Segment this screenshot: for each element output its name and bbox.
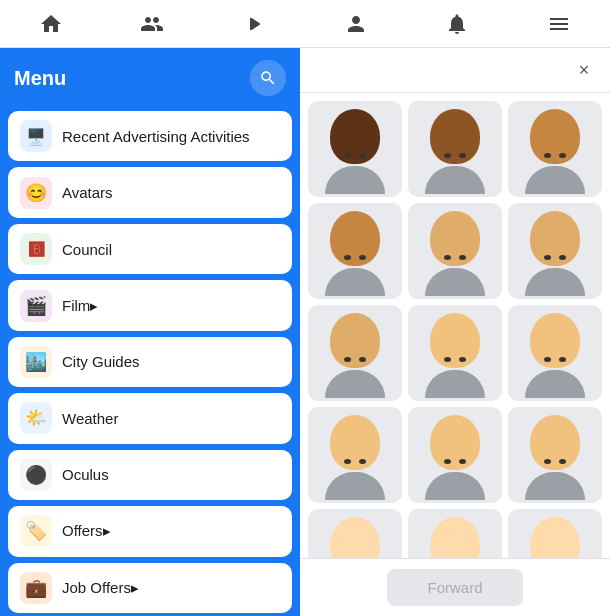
sidebar-item-offers[interactable]: 🏷️ Offers▸: [8, 506, 292, 556]
avatar-body: [425, 472, 485, 500]
avatar-cell[interactable]: [408, 203, 502, 299]
avatar-eye-right: [359, 255, 366, 260]
avatars-icon: 😊: [20, 177, 52, 209]
avatar-eye-right: [559, 255, 566, 260]
panel-header: ×: [300, 48, 610, 93]
avatar-eye-left: [444, 459, 451, 464]
avatar-cell[interactable]: [308, 203, 402, 299]
avatar-head: [330, 517, 380, 558]
sidebar-item-job-offers-label: Job Offers▸: [62, 579, 139, 597]
avatar-eye-left: [444, 153, 451, 158]
sidebar-item-city-guides-label: City Guides: [62, 353, 140, 370]
sidebar-header: Menu: [0, 48, 300, 108]
avatar-body: [525, 166, 585, 194]
sidebar-item-council[interactable]: 🅱 Council: [8, 224, 292, 274]
avatar-eye-right: [559, 459, 566, 464]
avatar-face: [320, 211, 390, 291]
avatar-face: [420, 517, 490, 558]
forward-button[interactable]: Forward: [387, 569, 522, 606]
avatar-head: [430, 517, 480, 558]
avatar-face: [420, 415, 490, 495]
friends-icon[interactable]: [132, 4, 172, 44]
sidebar-item-city-guides[interactable]: 🏙️ City Guides: [8, 337, 292, 387]
sidebar-item-recent-advertising[interactable]: 🖥️ Recent Advertising Activities: [8, 111, 292, 161]
avatar-cell[interactable]: [508, 203, 602, 299]
avatar-head: [330, 415, 380, 470]
avatar-face: [520, 415, 590, 495]
avatar-body: [525, 370, 585, 398]
avatar-head: [530, 109, 580, 164]
avatar-face: [420, 211, 490, 291]
sidebar-item-offers-label: Offers▸: [62, 522, 111, 540]
avatar-grid: [300, 93, 610, 558]
avatar-head: [530, 211, 580, 266]
avatar-body: [325, 370, 385, 398]
profile-icon[interactable]: [336, 4, 376, 44]
sidebar-item-avatars[interactable]: 😊 Avatars: [8, 167, 292, 217]
notifications-icon[interactable]: [437, 4, 477, 44]
avatar-eye-left: [544, 255, 551, 260]
avatar-cell[interactable]: [308, 407, 402, 503]
sidebar-item-recent-advertising-label: Recent Advertising Activities: [62, 128, 250, 145]
avatar-eye-left: [344, 153, 351, 158]
avatar-head: [430, 415, 480, 470]
avatar-cell[interactable]: [308, 101, 402, 197]
avatar-cell[interactable]: [408, 509, 502, 558]
avatar-eye-right: [459, 153, 466, 158]
avatar-cell[interactable]: [508, 305, 602, 401]
avatar-eye-right: [459, 459, 466, 464]
avatar-head: [430, 313, 480, 368]
avatar-eye-right: [359, 153, 366, 158]
avatar-eyes: [444, 153, 466, 158]
watch-icon[interactable]: [234, 4, 274, 44]
avatar-eye-left: [344, 357, 351, 362]
avatar-eye-left: [444, 357, 451, 362]
avatar-head: [330, 211, 380, 266]
avatar-cell[interactable]: [508, 509, 602, 558]
home-icon[interactable]: [31, 4, 71, 44]
avatar-face: [520, 109, 590, 189]
avatar-body: [525, 268, 585, 296]
sidebar-item-weather[interactable]: 🌤️ Weather: [8, 393, 292, 443]
avatar-eye-right: [359, 357, 366, 362]
avatar-face: [320, 517, 390, 558]
avatar-eye-left: [544, 459, 551, 464]
avatar-eyes: [544, 153, 566, 158]
avatar-eye-left: [444, 255, 451, 260]
avatar-head: [530, 517, 580, 558]
avatar-eye-left: [544, 153, 551, 158]
avatar-eyes: [344, 153, 366, 158]
avatar-eyes: [444, 255, 466, 260]
avatar-cell[interactable]: [408, 101, 502, 197]
avatar-eyes: [344, 357, 366, 362]
menu-hamburger-icon[interactable]: [539, 4, 579, 44]
panel-footer: Forward: [300, 558, 610, 616]
avatar-cell[interactable]: [308, 305, 402, 401]
city-guides-icon: 🏙️: [20, 346, 52, 378]
avatar-face: [320, 415, 390, 495]
oculus-icon: ⚫: [20, 459, 52, 491]
avatar-eye-left: [344, 255, 351, 260]
avatar-cell[interactable]: [408, 407, 502, 503]
close-button[interactable]: ×: [570, 56, 598, 84]
avatar-eyes: [344, 255, 366, 260]
sidebar-item-avatars-label: Avatars: [62, 184, 113, 201]
avatar-face: [420, 313, 490, 393]
sidebar-search-button[interactable]: [250, 60, 286, 96]
avatar-head: [530, 415, 580, 470]
sidebar-item-oculus-label: Oculus: [62, 466, 109, 483]
avatar-cell[interactable]: [508, 407, 602, 503]
avatar-eyes: [544, 255, 566, 260]
sidebar-item-film[interactable]: 🎬 Film▸: [8, 280, 292, 330]
avatar-cell[interactable]: [508, 101, 602, 197]
sidebar-item-job-offers[interactable]: 💼 Job Offers▸: [8, 563, 292, 613]
avatar-cell[interactable]: [308, 509, 402, 558]
avatar-cell[interactable]: [408, 305, 502, 401]
avatar-face: [320, 109, 390, 189]
sidebar-item-oculus[interactable]: ⚫ Oculus: [8, 450, 292, 500]
avatar-eye-right: [459, 255, 466, 260]
avatar-head: [530, 313, 580, 368]
weather-icon: 🌤️: [20, 402, 52, 434]
avatar-eye-right: [459, 357, 466, 362]
avatar-eye-right: [359, 459, 366, 464]
